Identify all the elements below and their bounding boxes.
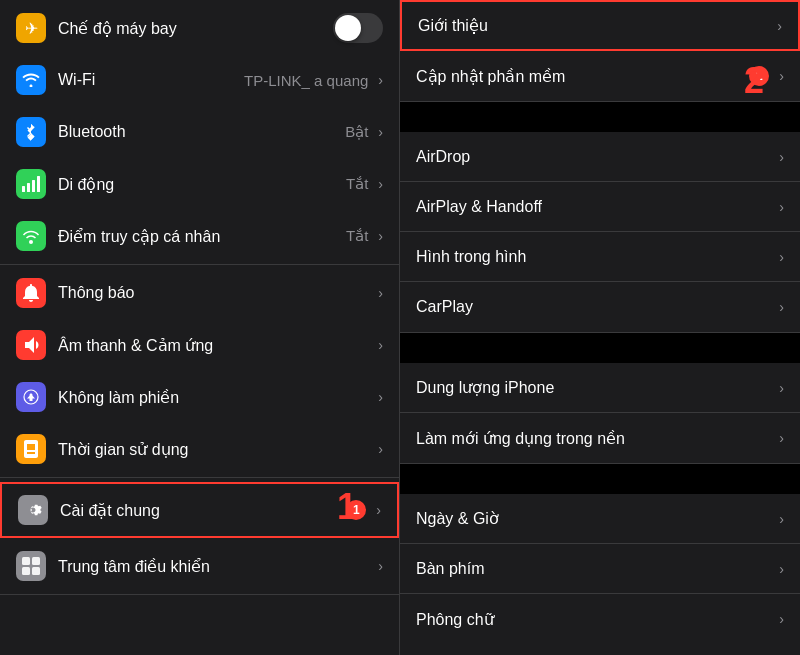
general-chevron: › xyxy=(376,502,381,518)
right-panel: Giới thiệu › Cập nhật phần mềm 1 › 2 Air… xyxy=(400,0,800,655)
screentime-label: Thời gian sử dụng xyxy=(58,440,374,459)
font-chevron: › xyxy=(779,611,784,627)
update-chevron: › xyxy=(779,68,784,84)
sounds-label: Âm thanh & Cảm ứng xyxy=(58,336,374,355)
sounds-icon xyxy=(16,330,46,360)
background-row[interactable]: Làm mới ứng dụng trong nền › xyxy=(400,413,800,463)
svg-rect-11 xyxy=(22,567,30,575)
general-label: Cài đặt chung xyxy=(60,501,346,520)
focus-chevron: › xyxy=(378,389,383,405)
cellular-label: Di động xyxy=(58,175,346,194)
airplay-label: AirPlay & Handoff xyxy=(416,198,775,216)
general-section: Cài đặt chung 1 › 1 Trung tâm điều khiển… xyxy=(0,478,399,595)
svg-point-8 xyxy=(29,240,33,244)
airdrop-label: AirDrop xyxy=(416,148,775,166)
bluetooth-label: Bluetooth xyxy=(58,123,345,141)
focus-row[interactable]: Không làm phiền › xyxy=(0,371,399,423)
bluetooth-row[interactable]: Bluetooth Bật › xyxy=(0,106,399,158)
svg-rect-7 xyxy=(37,176,40,192)
svg-rect-10 xyxy=(32,557,40,565)
focus-label: Không làm phiền xyxy=(58,388,374,407)
step1-label: 1 xyxy=(337,486,357,528)
control-label: Trung tâm điều khiển xyxy=(58,557,374,576)
carplay-chevron: › xyxy=(779,299,784,315)
bluetooth-value: Bật xyxy=(345,123,368,141)
wifi-value: TP-LINK_ a quang xyxy=(244,72,368,89)
svg-rect-6 xyxy=(32,180,35,192)
keyboard-chevron: › xyxy=(779,561,784,577)
airplane-toggle[interactable] xyxy=(333,13,383,43)
connectivity-section: ✈ Chế độ máy bay Wi-Fi TP-LINK_ a quang … xyxy=(0,0,399,265)
app-section: Thông báo › Âm thanh & Cảm ứng › Khôn xyxy=(0,265,399,478)
locale-section: Ngày & Giờ › Bàn phím › Phông chữ › xyxy=(400,494,800,644)
airdrop-row[interactable]: AirDrop › xyxy=(400,132,800,182)
update-row[interactable]: Cập nhật phần mềm 1 › xyxy=(400,51,800,101)
airplay-row[interactable]: AirPlay & Handoff › xyxy=(400,182,800,232)
keyboard-label: Bàn phím xyxy=(416,560,775,578)
wifi-chevron: › xyxy=(378,72,383,88)
general-row[interactable]: Cài đặt chung 1 › 1 xyxy=(0,482,399,538)
update-label: Cập nhật phần mềm xyxy=(416,67,749,86)
svg-rect-12 xyxy=(32,567,40,575)
airplay-chevron: › xyxy=(779,199,784,215)
screentime-chevron: › xyxy=(378,441,383,457)
control-chevron: › xyxy=(378,558,383,574)
notifications-label: Thông báo xyxy=(58,284,374,302)
notifications-icon xyxy=(16,278,46,308)
bluetooth-chevron: › xyxy=(378,124,383,140)
font-row[interactable]: Phông chữ › xyxy=(400,594,800,644)
top-section: Giới thiệu › Cập nhật phần mềm 1 › xyxy=(400,0,800,102)
airplane-icon: ✈ xyxy=(16,13,46,43)
section-gap-2 xyxy=(400,333,800,363)
control-icon xyxy=(16,551,46,581)
svg-rect-9 xyxy=(22,557,30,565)
pip-chevron: › xyxy=(779,249,784,265)
hotspot-row[interactable]: Điểm truy cập cá nhân Tắt › xyxy=(0,210,399,262)
font-label: Phông chữ xyxy=(416,610,775,629)
sounds-chevron: › xyxy=(378,337,383,353)
cellular-chevron: › xyxy=(378,176,383,192)
datetime-label: Ngày & Giờ xyxy=(416,509,775,528)
carplay-row[interactable]: CarPlay › xyxy=(400,282,800,332)
storage-label: Dung lượng iPhone xyxy=(416,378,775,397)
svg-marker-1 xyxy=(31,133,35,140)
svg-rect-5 xyxy=(27,183,30,192)
storage-chevron: › xyxy=(779,380,784,396)
pip-row[interactable]: Hình trong hình › xyxy=(400,232,800,282)
hotspot-value: Tắt xyxy=(346,227,368,245)
sharing-section: AirDrop › AirPlay & Handoff › Hình trong… xyxy=(400,132,800,333)
cellular-value: Tắt xyxy=(346,175,368,193)
about-label: Giới thiệu xyxy=(418,16,773,35)
storage-row[interactable]: Dung lượng iPhone › xyxy=(400,363,800,413)
carplay-label: CarPlay xyxy=(416,298,775,316)
screentime-row[interactable]: Thời gian sử dụng › xyxy=(0,423,399,475)
screentime-icon xyxy=(16,434,46,464)
general-icon xyxy=(18,495,48,525)
cellular-row[interactable]: Di động Tắt › xyxy=(0,158,399,210)
focus-icon xyxy=(16,382,46,412)
keyboard-row[interactable]: Bàn phím › xyxy=(400,544,800,594)
notifications-row[interactable]: Thông báo › xyxy=(0,267,399,319)
airplane-row[interactable]: ✈ Chế độ máy bay xyxy=(0,2,399,54)
pip-label: Hình trong hình xyxy=(416,248,775,266)
hotspot-icon xyxy=(16,221,46,251)
wifi-row[interactable]: Wi-Fi TP-LINK_ a quang › xyxy=(0,54,399,106)
about-row[interactable]: Giới thiệu › xyxy=(400,0,800,51)
about-chevron: › xyxy=(777,18,782,34)
section-gap-3 xyxy=(400,464,800,494)
datetime-chevron: › xyxy=(779,511,784,527)
wifi-label: Wi-Fi xyxy=(58,71,244,89)
wifi-icon xyxy=(16,65,46,95)
bluetooth-icon xyxy=(16,117,46,147)
toggle-knob xyxy=(335,15,361,41)
storage-section: Dung lượng iPhone › Làm mới ứng dụng tro… xyxy=(400,363,800,464)
control-row[interactable]: Trung tâm điều khiển › xyxy=(0,540,399,592)
left-panel: ✈ Chế độ máy bay Wi-Fi TP-LINK_ a quang … xyxy=(0,0,400,655)
step2-label: 2 xyxy=(744,60,764,102)
sounds-row[interactable]: Âm thanh & Cảm ứng › xyxy=(0,319,399,371)
background-label: Làm mới ứng dụng trong nền xyxy=(416,429,775,448)
background-chevron: › xyxy=(779,430,784,446)
svg-marker-0 xyxy=(31,124,35,131)
notifications-chevron: › xyxy=(378,285,383,301)
datetime-row[interactable]: Ngày & Giờ › xyxy=(400,494,800,544)
